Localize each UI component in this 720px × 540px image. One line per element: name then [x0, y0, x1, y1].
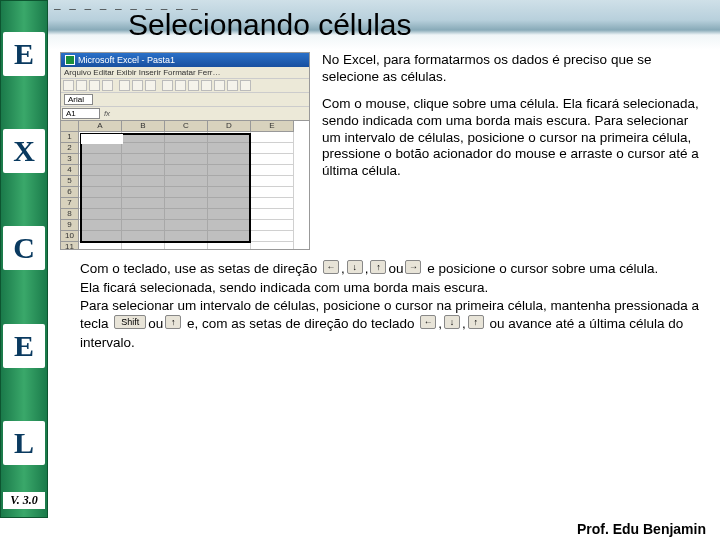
corner-cell — [61, 121, 79, 132]
tool-icon — [63, 80, 74, 91]
sidebar-letter-e1: E — [3, 32, 45, 76]
row-header: 3 — [61, 154, 79, 165]
sidebar-letters: E X C E L — [1, 5, 47, 492]
body-text-c: Ela ficará selecionada, sendo indicada c… — [80, 280, 488, 295]
tool-icon — [201, 80, 212, 91]
sidebar-letter-e2: E — [3, 324, 45, 368]
ou-text: ou — [148, 315, 163, 333]
col-header: E — [251, 121, 294, 132]
col-header: D — [208, 121, 251, 132]
row-header: 8 — [61, 209, 79, 220]
body-text-a: Com o teclado, use as setas de direção — [80, 261, 317, 276]
excel-title-text: Microsoft Excel - Pasta1 — [78, 55, 175, 65]
paragraph-mouse: Com o mouse, clique sobre uma célula. El… — [322, 96, 710, 180]
row-header: 10 — [61, 231, 79, 242]
row-top: Microsoft Excel - Pasta1 Arquivo Editar … — [60, 52, 710, 250]
tool-icon — [145, 80, 156, 91]
tool-icon — [89, 80, 100, 91]
tool-icon — [227, 80, 238, 91]
excel-menubar: Arquivo Editar Exibir Inserir Formatar F… — [61, 67, 309, 79]
arrow-keys-group: ←, ↓, ↑ ou → — [323, 260, 422, 278]
row-header: 9 — [61, 220, 79, 231]
row-header: 2 — [61, 143, 79, 154]
arrow-left-icon: ← — [420, 315, 436, 329]
excel-selection-overlay — [80, 133, 251, 243]
arrow-up-icon: ↑ — [468, 315, 484, 329]
tool-icon — [119, 80, 130, 91]
tool-icon — [132, 80, 143, 91]
excel-grid: A B C D E 1 2 3 4 5 6 7 8 9 10 11 — [61, 121, 309, 249]
page-title: Selecionando células — [128, 8, 412, 42]
tool-icon — [162, 80, 173, 91]
sidebar: E X C E L V. 3.0 — [0, 0, 48, 518]
col-header: C — [165, 121, 208, 132]
row-header: 11 — [61, 242, 79, 249]
body-text-b: e posicione o cursor sobre uma célula. — [427, 261, 658, 276]
excel-font-name: Arial — [64, 94, 93, 105]
arrow-down-icon: ↓ — [347, 260, 363, 274]
excel-namebox-row: A1 fx — [61, 107, 309, 121]
excel-namebox: A1 — [62, 108, 100, 119]
row-header: 6 — [61, 187, 79, 198]
main-content: Microsoft Excel - Pasta1 Arquivo Editar … — [60, 52, 710, 352]
row-header: 5 — [61, 176, 79, 187]
arrow-right-icon: → — [405, 260, 421, 274]
paragraph-intro: No Excel, para formatarmos os dados é pr… — [322, 52, 710, 86]
tool-icon — [240, 80, 251, 91]
excel-format-toolbar: Arial — [61, 93, 309, 107]
arrow-keys-group-2: ←, ↓, ↑ — [420, 315, 484, 333]
col-header: B — [122, 121, 165, 132]
sidebar-letter-x: X — [3, 129, 45, 173]
shift-key-group: Shift ou ↑ — [114, 315, 181, 333]
footer-credit: Prof. Edu Benjamin — [577, 521, 706, 537]
tool-icon — [188, 80, 199, 91]
arrow-down-icon: ↓ — [444, 315, 460, 329]
excel-titlebar: Microsoft Excel - Pasta1 — [61, 53, 309, 67]
row-header: 4 — [61, 165, 79, 176]
excel-logo-icon — [65, 55, 75, 65]
tool-icon — [76, 80, 87, 91]
arrow-up-icon: ↑ — [165, 315, 181, 329]
shift-key-icon: Shift — [114, 315, 146, 329]
tool-icon — [102, 80, 113, 91]
body-paragraph: Com o teclado, use as setas de direção ←… — [80, 260, 700, 352]
arrow-left-icon: ← — [323, 260, 339, 274]
excel-screenshot: Microsoft Excel - Pasta1 Arquivo Editar … — [60, 52, 310, 250]
row-header: 7 — [61, 198, 79, 209]
col-header: A — [79, 121, 122, 132]
excel-toolbar — [61, 79, 309, 93]
fx-icon: fx — [100, 109, 114, 118]
body-text-e: e, com as setas de direção do teclado — [187, 316, 414, 331]
tool-icon — [175, 80, 186, 91]
sidebar-letter-l: L — [3, 421, 45, 465]
header: — — — — — — — — — — Selecionando células — [48, 0, 720, 50]
sidebar-letter-c: C — [3, 226, 45, 270]
row-header: 1 — [61, 132, 79, 143]
right-text-column: No Excel, para formatarmos os dados é pr… — [322, 52, 710, 190]
version-label: V. 3.0 — [3, 492, 45, 509]
arrow-up-icon: ↑ — [370, 260, 386, 274]
tool-icon — [214, 80, 225, 91]
ou-text: ou — [388, 260, 403, 278]
